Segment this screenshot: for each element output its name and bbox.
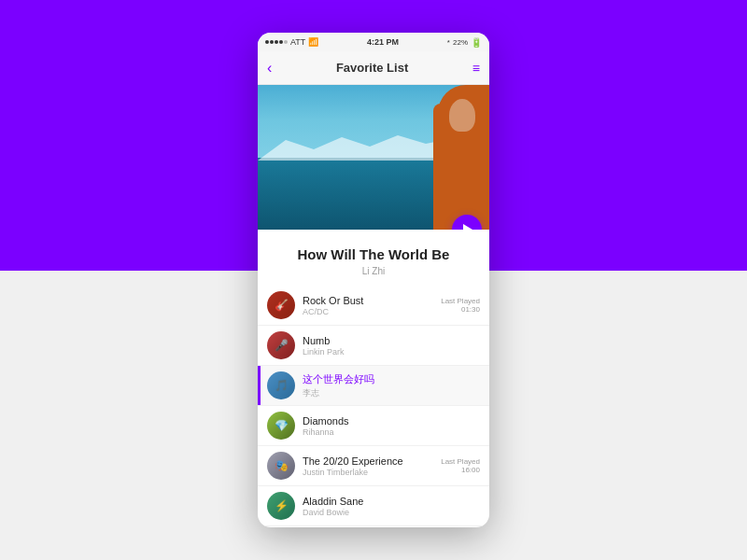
status-left: ATT 📶 xyxy=(265,37,318,47)
track-name: Diamonds xyxy=(303,415,480,427)
scene xyxy=(258,85,489,230)
now-playing-title: How Will The World Be xyxy=(271,246,476,263)
track-artist: Justin Timberlake xyxy=(303,468,437,477)
wifi-icon: 📶 xyxy=(308,37,318,47)
track-item[interactable]: 🎸Rock Or BustAC/DCLast Played01:30 xyxy=(258,286,489,326)
track-artist: AC/DC xyxy=(303,307,437,316)
signal-dots xyxy=(265,40,288,44)
battery-icon: 🔋 xyxy=(471,37,482,48)
now-playing-section: How Will The World Be Li Zhi xyxy=(258,230,489,286)
track-info: The 20/20 ExperienceJustin Timberlake xyxy=(303,455,437,477)
person-figure xyxy=(424,85,489,230)
track-artist: Linkin Park xyxy=(303,347,480,357)
status-right: * 22% 🔋 xyxy=(447,37,482,48)
track-artist: Rihanna xyxy=(303,427,480,437)
track-item[interactable]: 🎭The 20/20 ExperienceJustin TimberlakeLa… xyxy=(258,446,489,486)
menu-button[interactable]: ≡ xyxy=(472,61,480,76)
track-item[interactable]: 🎤NumbLinkin Park xyxy=(258,326,489,366)
track-name: Aladdin Sane xyxy=(303,496,480,507)
track-meta: Last Played01:30 xyxy=(441,297,480,314)
track-thumb: 🎤 xyxy=(267,331,295,359)
now-playing-artist: Li Zhi xyxy=(271,266,476,276)
track-info: Rock Or BustAC/DC xyxy=(303,295,437,316)
track-name: The 20/20 Experience xyxy=(303,455,437,467)
album-art xyxy=(258,85,489,230)
track-info: DiamondsRihanna xyxy=(303,415,480,437)
track-thumb: 🎵 xyxy=(267,371,295,399)
track-thumb: 💎 xyxy=(267,412,295,440)
track-meta: Last Played16:00 xyxy=(441,457,480,474)
track-info: Aladdin SaneDavid Bowie xyxy=(303,496,480,517)
battery-label: 22% xyxy=(453,38,468,47)
phone-frame: ATT 📶 4:21 PM * 22% 🔋 ‹ Favorite List ≡ xyxy=(258,33,489,527)
track-thumb: ⚡ xyxy=(267,492,295,520)
track-artist: 李志 xyxy=(303,387,480,399)
status-bar: ATT 📶 4:21 PM * 22% 🔋 xyxy=(258,33,489,51)
track-info: 这个世界会好吗李志 xyxy=(303,372,480,399)
track-item[interactable]: 🌴California Dreaming xyxy=(258,526,489,527)
back-button[interactable]: ‹ xyxy=(267,60,272,77)
bluetooth-icon: * xyxy=(447,38,450,47)
play-icon xyxy=(463,224,472,230)
track-info: NumbLinkin Park xyxy=(303,335,480,357)
track-item[interactable]: 🎵这个世界会好吗李志 xyxy=(258,366,489,406)
nav-bar: ‹ Favorite List ≡ xyxy=(258,51,489,85)
track-item[interactable]: 💎DiamondsRihanna xyxy=(258,406,489,446)
track-thumb: 🎸 xyxy=(267,291,295,319)
track-name: Rock Or Bust xyxy=(303,295,437,306)
track-thumb: 🎭 xyxy=(267,452,295,480)
track-name: Numb xyxy=(303,335,480,346)
carrier-label: ATT xyxy=(290,37,305,47)
track-list[interactable]: 🎸Rock Or BustAC/DCLast Played01:30🎤NumbL… xyxy=(258,286,489,527)
nav-title: Favorite List xyxy=(336,61,408,75)
status-time: 4:21 PM xyxy=(367,37,399,47)
track-item[interactable]: ⚡Aladdin SaneDavid Bowie xyxy=(258,486,489,526)
track-name: 这个世界会好吗 xyxy=(303,372,480,386)
track-artist: David Bowie xyxy=(303,508,480,517)
face xyxy=(449,99,475,132)
